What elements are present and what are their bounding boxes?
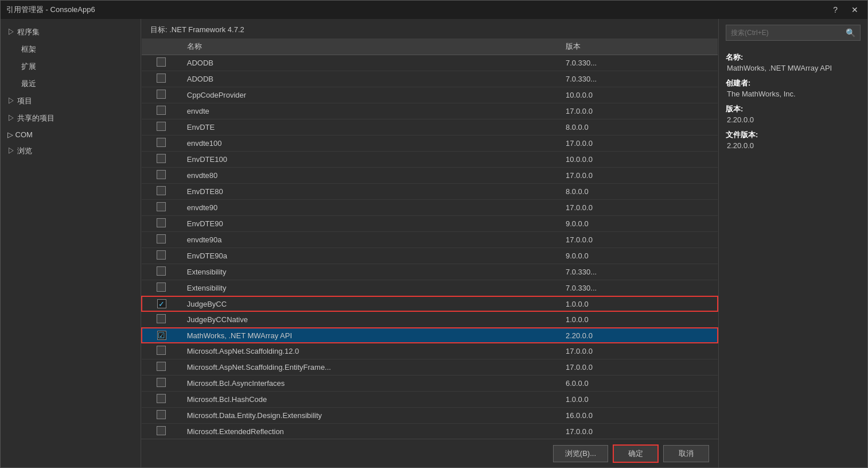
- row-name: EnvDTE90a: [181, 248, 560, 264]
- row-version: 17.0.0.0: [560, 168, 718, 184]
- ok-button[interactable]: 确定: [613, 444, 659, 463]
- table-row[interactable]: ✓JudgeByCC1.0.0.0: [142, 296, 718, 311]
- table-wrapper: 名称 版本 ADODB7.0.330...ADODB7.0.330...CppC…: [141, 38, 718, 439]
- table-row[interactable]: EnvDTE10010.0.0.0: [142, 152, 718, 168]
- row-version: 10.0.0.0: [560, 87, 718, 103]
- table-row[interactable]: envdte8017.0.0.0: [142, 168, 718, 184]
- table-row[interactable]: Extensibility7.0.330...: [142, 264, 718, 280]
- row-checkbox[interactable]: ☑: [157, 331, 166, 340]
- table-row[interactable]: Microsoft.Bcl.HashCode1.0.0.0: [142, 392, 718, 408]
- title-bar-controls: ? ✕: [830, 4, 862, 16]
- table-row[interactable]: envdte9017.0.0.0: [142, 200, 718, 216]
- table-row[interactable]: EnvDTE808.0.0.0: [142, 184, 718, 200]
- search-input[interactable]: [726, 26, 841, 39]
- table-row[interactable]: EnvDTE8.0.0.0: [142, 119, 718, 136]
- row-version: 2.20.0.0: [560, 328, 718, 343]
- row-version: 10.0.0.0: [560, 152, 718, 168]
- row-name: Microsoft.AspNet.Scaffolding.EntityFrame…: [181, 359, 560, 376]
- browse-button[interactable]: 浏览(B)...: [553, 445, 608, 462]
- table-row[interactable]: EnvDTE90a9.0.0.0: [142, 248, 718, 264]
- row-checkbox[interactable]: [157, 186, 166, 195]
- row-checkbox[interactable]: [157, 394, 166, 403]
- sidebar: ▷ 程序集 框架 扩展 最近 ▷ 项目 ▷ 共享的项目 ▷ COM ▷ 浏览: [1, 19, 141, 467]
- table-row[interactable]: ADODB7.0.330...: [142, 71, 718, 87]
- reference-manager-window: 引用管理器 - ConsoleApp6 ? ✕ ▷ 程序集 框架 扩展 最近 ▷…: [0, 0, 868, 468]
- row-name: envdte90: [181, 200, 560, 216]
- table-row[interactable]: Microsoft.ExtendedReflection17.0.0.0: [142, 424, 718, 439]
- row-checkbox[interactable]: [157, 218, 166, 227]
- row-checkbox[interactable]: [157, 90, 166, 99]
- table-row[interactable]: Microsoft.AspNet.Scaffolding.12.017.0.0.…: [142, 343, 718, 359]
- row-name: ADODB: [181, 71, 560, 87]
- sidebar-item-assemblies[interactable]: ▷ 程序集: [1, 24, 141, 41]
- row-checkbox[interactable]: [157, 314, 166, 323]
- reference-table-scroll[interactable]: 名称 版本 ADODB7.0.330...ADODB7.0.330...CppC…: [141, 38, 718, 439]
- sidebar-item-framework[interactable]: 框架: [1, 41, 141, 58]
- row-name: Microsoft.Bcl.HashCode: [181, 392, 560, 408]
- row-checkbox[interactable]: [157, 426, 166, 435]
- search-box[interactable]: 🔍: [726, 25, 861, 41]
- table-row[interactable]: CppCodeProvider10.0.0.0: [142, 87, 718, 103]
- row-checkbox[interactable]: [157, 154, 166, 163]
- row-checkbox[interactable]: [157, 266, 166, 276]
- sidebar-item-com[interactable]: ▷ COM: [1, 127, 141, 142]
- help-button[interactable]: ?: [830, 4, 841, 16]
- table-row[interactable]: envdte10017.0.0.0: [142, 136, 718, 152]
- col-name-header[interactable]: 名称: [181, 38, 560, 55]
- row-checkbox[interactable]: ✓: [157, 299, 166, 308]
- file-version-label: 文件版本:: [726, 130, 861, 140]
- row-name: EnvDTE100: [181, 152, 560, 168]
- row-version: 7.0.330...: [560, 280, 718, 297]
- row-checkbox[interactable]: [157, 410, 166, 419]
- table-row[interactable]: Microsoft.Bcl.AsyncInterfaces6.0.0.0: [142, 376, 718, 392]
- detail-section: 名称: MathWorks, .NET MWArray API 创建者: The…: [726, 52, 861, 156]
- title-bar: 引用管理器 - ConsoleApp6 ? ✕: [1, 1, 867, 19]
- table-row[interactable]: Microsoft.AspNet.Scaffolding.EntityFrame…: [142, 359, 718, 376]
- table-row[interactable]: ☑MathWorks, .NET MWArray API2.20.0.0: [142, 328, 718, 343]
- row-version: 17.0.0.0: [560, 359, 718, 376]
- row-version: 6.0.0.0: [560, 376, 718, 392]
- row-checkbox[interactable]: [157, 74, 166, 83]
- close-button[interactable]: ✕: [848, 4, 862, 16]
- row-checkbox[interactable]: [157, 234, 166, 243]
- row-checkbox[interactable]: [157, 250, 166, 260]
- row-checkbox[interactable]: [157, 170, 166, 179]
- projects-label: ▷ 项目: [7, 96, 32, 106]
- row-checkbox[interactable]: [157, 378, 166, 387]
- table-row[interactable]: Microsoft.Data.Entity.Design.Extensibili…: [142, 408, 718, 424]
- row-version: 1.0.0.0: [560, 311, 718, 328]
- row-checkbox[interactable]: [157, 202, 166, 211]
- col-version-header[interactable]: 版本: [560, 38, 718, 55]
- row-checkbox[interactable]: [157, 106, 166, 115]
- row-checkbox[interactable]: [157, 362, 166, 371]
- cancel-button[interactable]: 取消: [663, 445, 709, 462]
- browse-label: ▷ 浏览: [7, 146, 32, 156]
- right-panel: 🔍 名称: MathWorks, .NET MWArray API 创建者: T…: [718, 19, 867, 467]
- table-row[interactable]: envdte90a17.0.0.0: [142, 232, 718, 248]
- row-version: 9.0.0.0: [560, 216, 718, 232]
- row-checkbox[interactable]: [157, 122, 166, 131]
- sidebar-item-projects[interactable]: ▷ 项目: [1, 92, 141, 110]
- reference-table: 名称 版本 ADODB7.0.330...ADODB7.0.330...CppC…: [141, 38, 718, 439]
- row-version: 7.0.330...: [560, 264, 718, 280]
- row-checkbox[interactable]: [157, 283, 166, 292]
- table-row[interactable]: EnvDTE909.0.0.0: [142, 216, 718, 232]
- row-name: envdte100: [181, 136, 560, 152]
- sidebar-item-extensions[interactable]: 扩展: [1, 58, 141, 75]
- sidebar-item-shared-projects[interactable]: ▷ 共享的项目: [1, 110, 141, 127]
- row-version: 17.0.0.0: [560, 232, 718, 248]
- table-row[interactable]: JudgeByCCNative1.0.0.0: [142, 311, 718, 328]
- row-checkbox[interactable]: [157, 346, 166, 355]
- table-row[interactable]: envdte17.0.0.0: [142, 103, 718, 119]
- sidebar-item-recent[interactable]: 最近: [1, 75, 141, 92]
- creator-value: The MathWorks, Inc.: [726, 90, 861, 98]
- row-checkbox[interactable]: [157, 138, 166, 147]
- version-value: 2.20.0.0: [726, 115, 861, 124]
- row-version: 7.0.330...: [560, 71, 718, 87]
- row-checkbox[interactable]: [157, 57, 166, 67]
- row-name: envdte: [181, 103, 560, 119]
- table-row[interactable]: ADODB7.0.330...: [142, 55, 718, 71]
- table-row[interactable]: Extensibility7.0.330...: [142, 280, 718, 297]
- row-version: 17.0.0.0: [560, 343, 718, 359]
- sidebar-item-browse[interactable]: ▷ 浏览: [1, 142, 141, 160]
